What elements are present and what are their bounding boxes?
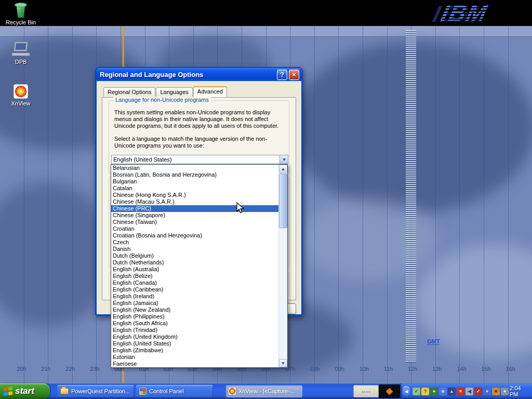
combobox-dropdown-button[interactable] [280,155,288,164]
language-option[interactable]: Catalan [111,185,278,192]
start-button[interactable]: start [0,383,50,399]
tab-regional-options[interactable]: Regional Options [103,87,155,97]
alert-icon[interactable]: × [457,388,464,395]
start-label: start [15,386,34,396]
update-icon[interactable]: ● [430,388,438,395]
language-option[interactable]: English (Trinidad) [111,327,278,334]
desktop-icon-dpb[interactable]: DPB [4,42,37,65]
language-option[interactable]: Dutch (Belgium) [111,252,278,259]
dialog-titlebar[interactable]: Regional and Language Options ? × [96,68,302,81]
language-list: BelarusianBosnian (Latin, Bosnia and Her… [111,165,278,367]
language-option[interactable]: English (United Kingdom) [111,334,278,340]
desktop-screen: GMT 20h21h22h23h00h01h02h03h04h05h06h07h… [0,0,532,399]
scheduler-icon[interactable]: ● [501,388,509,395]
language-option[interactable]: Bosnian (Latin, Bosnia and Herzegovina) [111,171,278,178]
language-option[interactable]: English (New Zealand) [111,307,278,313]
dateline-hatch-strip [406,30,416,363]
help-shield-icon[interactable]: ? [421,388,429,395]
language-option[interactable]: English (South Africa) [111,320,278,327]
non-unicode-language-group: Language for non-Unicode programs This s… [109,100,289,174]
network-icon[interactable]: ▲ [448,388,456,395]
language-option[interactable]: English (Zimbabwe) [111,347,278,354]
desktop-icon-xnview[interactable]: XnView [4,84,37,107]
recycle-bin-icon [14,2,28,18]
taskbar-button-powerquest[interactable]: PowerQuest Partition... [57,385,134,397]
help-button[interactable]: ? [277,70,287,80]
taskbar-black-toolbar[interactable] [379,384,400,398]
language-option[interactable]: English (Australia) [111,266,278,273]
language-option[interactable]: Chinese (Hong Kong S.A.R.) [111,192,278,198]
scroll-down-button[interactable] [279,359,287,367]
language-option[interactable]: Croatian (Bosnia and Herzegovina) [111,232,278,239]
tray-collapse-button[interactable]: ◀ [403,386,410,396]
ibm-logo: IBM [442,0,487,26]
mouse-cursor [236,202,248,215]
gmt-label: GMT [427,338,440,345]
combobox-value: English (United States) [112,155,280,164]
xnview-icon [14,84,28,99]
taskbar-button-label: PowerQuest Partition... [71,388,130,394]
taskbar-clock[interactable]: 2:04 PM [510,385,529,397]
flame-icon [386,388,393,395]
language-option[interactable]: English (Canada) [111,280,278,286]
language-option[interactable]: English (United States) [111,340,278,347]
dialog-tabs: Regional Options Languages Advanced [103,86,228,97]
control-panel-icon [139,388,147,395]
language-option[interactable]: English (Philippines) [111,313,278,320]
tray-icons: ✓?●■▲×◀✓●■● [413,388,509,395]
language-combobox[interactable]: English (United States) [111,155,288,164]
language-option[interactable]: Bulgarian [111,178,278,185]
language-option[interactable]: Chinese (Taiwan) [111,219,278,225]
description-text: This system setting enables non-Unicode … [114,109,284,129]
dropdown-scrollbar[interactable] [278,165,287,367]
language-option[interactable]: Chinese (PRC) [111,205,278,212]
xnview-icon [229,388,236,395]
language-dropdown-list: BelarusianBosnian (Latin, Bosnia and Her… [111,164,288,368]
system-tray: ◀ ✓?●■▲×◀✓●■● 2:04 PM [400,383,532,399]
language-option[interactable]: English (Belize) [111,273,278,280]
volume-icon[interactable]: ◀ [466,388,473,395]
taskbar: start PowerQuest Partition... Control Pa… [0,383,532,399]
language-option[interactable]: Chinese (Singapore) [111,212,278,219]
taskbar-button-control-panel[interactable]: Control Panel [136,385,213,397]
timezone-label: 13h [432,366,442,372]
timezone-label: 21h [41,366,50,372]
language-option[interactable]: Dutch (Netherlands) [111,259,278,266]
language-option[interactable]: Danish [111,246,278,252]
timezone-label: 12h [408,366,417,372]
timezone-label: 10h [360,366,369,372]
taskbar-button-xnview[interactable]: XnView - [<Capture-... [225,385,302,397]
chevron-down-icon [283,158,286,161]
timezone-label: 08h [310,366,320,372]
desktop-icon-label: Recycle Bin [4,19,37,25]
timezone-label: 22h [65,366,75,372]
language-option[interactable]: Czech [111,239,278,246]
desktop-icon-recycle-bin[interactable]: Recycle Bin [4,2,37,25]
close-button[interactable]: × [289,70,299,80]
antivirus-icon[interactable]: ✓ [474,388,482,395]
timezone-label: 23h [90,366,99,372]
language-option[interactable]: English (Ireland) [111,293,278,300]
laptop-icon [11,42,30,57]
scrollbar-thumb[interactable] [279,174,287,228]
messenger-icon[interactable]: ● [483,388,491,395]
language-option[interactable]: Croatian [111,225,278,232]
taskbar-button-label: XnView - [<Capture-... [238,388,295,394]
folder-icon [60,388,69,394]
display-icon[interactable]: ■ [439,388,447,395]
tab-advanced[interactable]: Advanced [193,86,227,97]
tab-languages[interactable]: Languages [156,87,192,97]
language-option[interactable]: English (Caribbean) [111,286,278,293]
language-option[interactable]: Faeroese [111,361,278,367]
language-option[interactable]: English (Jamaica) [111,300,278,307]
power-icon[interactable]: ■ [492,388,500,395]
timezone-label: 09h [335,366,344,372]
windows-flag-icon [4,387,12,396]
timezone-label: 11h [384,366,393,372]
language-option[interactable]: Estonian [111,354,278,361]
language-option[interactable]: Chinese (Macau S.A.R.) [111,198,278,205]
scroll-up-button[interactable] [279,165,287,173]
language-option[interactable]: Belarusian [111,165,278,171]
hardware-icon[interactable]: ✓ [413,388,420,395]
taskbar-toolbar[interactable]: ---- [353,385,379,397]
